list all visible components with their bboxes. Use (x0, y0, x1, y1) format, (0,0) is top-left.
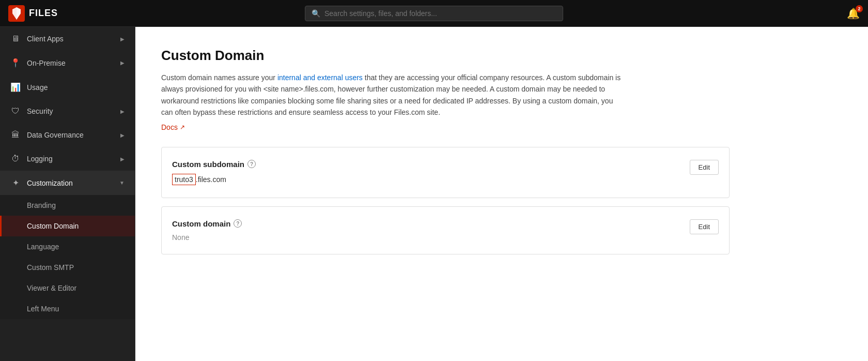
subdomain-prefix: truto3 (172, 174, 196, 185)
sidebar-item-on-premise[interactable]: 📍 On-Premise ▶ (0, 51, 135, 75)
subdomain-suffix: .files.com (196, 175, 226, 184)
sidebar-item-label: Usage (27, 83, 48, 92)
sidebar-sub-item-left-menu[interactable]: Left Menu (0, 298, 135, 319)
sidebar-item-data-governance[interactable]: 🏛 Data Governance ▶ (0, 123, 135, 147)
custom-subdomain-card: Custom subdomain ? truto3.files.com Edit (161, 147, 730, 198)
sidebar: 🖥 Client Apps ▶ 📍 On-Premise ▶ 📊 Usage 🛡… (0, 27, 135, 361)
custom-domain-edit-button[interactable]: Edit (690, 219, 719, 234)
search-icon: 🔍 (312, 9, 320, 18)
sidebar-item-label: On-Premise (27, 59, 66, 67)
sidebar-sub-item-custom-domain[interactable]: Custom Domain (0, 216, 135, 236)
usage-icon: 📊 (10, 82, 21, 92)
logging-icon: ⏱ (10, 154, 21, 163)
header-right: 🔔 2 (787, 7, 860, 20)
chevron-right-icon: ▶ (120, 60, 125, 66)
chevron-right-icon: ▶ (120, 156, 125, 162)
sidebar-item-usage[interactable]: 📊 Usage (0, 75, 135, 99)
sidebar-sub-item-language[interactable]: Language (0, 236, 135, 257)
sidebar-sub-item-custom-smtp[interactable]: Custom SMTP (0, 257, 135, 278)
external-link-icon: ↗ (180, 124, 185, 131)
logo-icon (8, 5, 25, 22)
card-left: Custom subdomain ? truto3.files.com (172, 160, 679, 185)
on-premise-icon: 📍 (10, 58, 21, 68)
sidebar-item-logging[interactable]: ⏱ Logging ▶ (0, 147, 135, 171)
notification-bell[interactable]: 🔔 2 (847, 7, 860, 20)
docs-link[interactable]: Docs ↗ (161, 123, 185, 131)
customization-submenu: Branding Custom Domain Language Custom S… (0, 195, 135, 319)
subdomain-box: truto3.files.com (172, 174, 226, 185)
sidebar-item-client-apps[interactable]: 🖥 Client Apps ▶ (0, 27, 135, 51)
subdomain-value: truto3.files.com (172, 174, 679, 185)
help-icon[interactable]: ? (234, 219, 242, 228)
logo-text: FILES (29, 8, 58, 19)
sidebar-item-label: Data Governance (27, 131, 84, 139)
subdomain-edit-button[interactable]: Edit (690, 160, 719, 175)
card-left: Custom domain ? None (172, 219, 679, 242)
sidebar-item-label: Security (27, 107, 53, 115)
search-input[interactable] (324, 9, 556, 18)
security-icon: 🛡 (10, 107, 21, 116)
custom-domain-card: Custom domain ? None Edit (161, 206, 730, 254)
custom-domain-value: None (172, 233, 679, 242)
sidebar-item-security[interactable]: 🛡 Security ▶ (0, 99, 135, 123)
card-label: Custom subdomain ? (172, 160, 679, 169)
page-description: Custom domain names assure your internal… (161, 72, 626, 118)
sidebar-item-label: Client Apps (27, 35, 64, 43)
sidebar-sub-item-branding[interactable]: Branding (0, 195, 135, 216)
chevron-right-icon: ▶ (120, 36, 125, 42)
chevron-right-icon: ▶ (120, 132, 125, 138)
logo: FILES (8, 5, 81, 22)
help-icon[interactable]: ? (247, 160, 256, 168)
search-bar: 🔍 (81, 6, 787, 21)
search-input-wrap[interactable]: 🔍 (305, 6, 563, 21)
page-title: Custom Domain (161, 48, 842, 64)
chevron-right-icon: ▶ (120, 109, 125, 114)
header: FILES 🔍 🔔 2 (0, 0, 868, 27)
internal-link[interactable]: internal and external users (277, 73, 363, 82)
data-governance-icon: 🏛 (10, 130, 21, 140)
sidebar-item-label: Logging (27, 155, 53, 163)
notification-badge: 2 (856, 5, 863, 12)
sidebar-item-customization[interactable]: ✦ Customization ▼ (0, 171, 135, 195)
chevron-down-icon: ▼ (119, 180, 125, 186)
layout: 🖥 Client Apps ▶ 📍 On-Premise ▶ 📊 Usage 🛡… (0, 27, 868, 361)
main-content: Custom Domain Custom domain names assure… (135, 27, 868, 361)
sidebar-sub-item-viewer-editor[interactable]: Viewer & Editor (0, 278, 135, 298)
client-apps-icon: 🖥 (10, 34, 21, 43)
customization-icon: ✦ (10, 178, 21, 188)
sidebar-item-label: Customization (27, 179, 73, 187)
card-label: Custom domain ? (172, 219, 679, 228)
